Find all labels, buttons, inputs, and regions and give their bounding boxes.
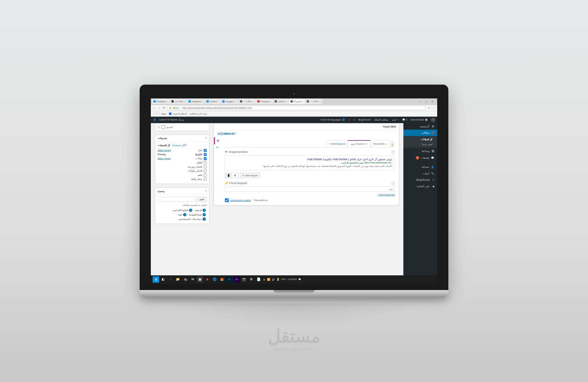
menu-icon[interactable]: ⋮ [432,106,435,110]
chrome-icon[interactable]: 🌐 [211,276,218,283]
maximize-icon[interactable]: ▢ [425,100,428,103]
comments-link[interactable]: 2 💬 [402,118,407,121]
sidebar-item-tools[interactable]: 🔧أدوات [403,170,437,177]
browser-tab[interactable]: Content× [205,99,220,104]
category-checkbox[interactable] [204,174,207,177]
store-icon[interactable]: 🛍 [182,276,188,283]
close-icon[interactable]: × [167,100,168,103]
close-icon[interactable]: × [270,100,272,103]
remove-tag-icon[interactable]: × [203,209,206,212]
browser-tab[interactable]: مقالات ‹ ـ× [238,99,255,104]
edge-icon[interactable]: e [167,276,174,283]
url-input[interactable]: 🔒 Secure | https://www.arabdebate.net/wp… [167,106,426,110]
task-icon[interactable]: 📷 [241,276,247,283]
bookmark-item[interactable]: المواقع المقترحة [169,113,187,115]
share-tab-icon[interactable]: ⚯ [214,144,221,151]
video-checkbox[interactable] [161,125,165,129]
remove-tag-icon[interactable]: × [203,217,206,221]
reload-icon[interactable]: ⟳ [163,106,165,110]
browser-tab-active[interactable]: تحرير الـ× [289,99,305,104]
remove-tag-icon[interactable]: × [203,213,206,216]
task-icon[interactable]: ▦ [197,276,203,283]
sidebar-item-dashboard[interactable]: ⊞الرئيسية [403,123,437,130]
go-premium-link[interactable]: ★Go Premium [218,132,234,135]
submenu-add-new[interactable]: أضف جديداً [403,142,437,147]
clock[interactable]: 7/23/2018 [288,278,297,280]
sidebar-item-posts[interactable]: 📌مقالات [403,130,437,136]
site-link[interactable]: 🏠 Arab Debate [411,118,428,121]
category-checkbox[interactable] [204,165,207,168]
tag-input[interactable] [158,197,195,202]
browser-tab[interactable]: Lama E× [273,99,289,104]
help-icon[interactable]: ? [391,150,395,154]
video-metabox[interactable]: الفيديو ▢ [155,123,209,131]
tab-most-used[interactable]: الأكثر استخداماً [173,144,186,147]
cornerstone-link[interactable]: cornerstone content [230,199,251,202]
close-icon[interactable]: × [253,100,254,103]
browser-tab[interactable]: Freelance× [152,99,170,104]
category-checkbox[interactable] [204,149,207,152]
firefox-icon[interactable]: 🦊 [219,276,225,283]
browser-tab[interactable]: مقالات ‹ ـ× [305,99,322,104]
close-icon[interactable]: × [319,100,321,103]
browser-tab[interactable]: Compose× [256,99,273,104]
categories-header[interactable]: ▾تصنيفات [155,135,209,142]
avatar-icon[interactable]: 👤 [153,118,156,121]
blog2social-link[interactable]: Blog2Social [358,118,370,121]
mobile-view-button[interactable]: 📱 [225,173,232,178]
make-primary-link[interactable]: Make primary [158,157,171,160]
aftereffects-icon[interactable]: Ae [233,276,240,283]
desktop-view-button[interactable]: 🖥 [232,173,238,178]
tray-icon[interactable]: ▲ [263,278,265,281]
tab-all-categories[interactable]: كل التصنيفات [158,144,170,147]
category-checkbox[interactable] [204,170,207,172]
browser-tab[interactable]: Google D× [221,99,238,104]
remove-tag-icon[interactable]: × [183,213,186,216]
browser-tab[interactable]: إضافة عدـ× [170,99,187,104]
category-checkbox[interactable] [204,178,207,181]
close-icon[interactable]: × [218,100,219,103]
tab-keyword[interactable]: ●:Keyword تويتر [348,140,370,147]
battery-icon[interactable]: 🔋 [276,278,280,281]
close-icon[interactable]: × [235,100,237,103]
wifi-icon[interactable]: 📶 [267,278,270,281]
add-tag-button[interactable]: أضف [196,197,207,202]
new-link[interactable]: + جديد [392,118,399,121]
wordpress-icon[interactable]: W [431,118,435,122]
sidebar-item-profile[interactable]: 👤حسابك [403,164,437,170]
task-icon[interactable]: 📄 [255,276,262,283]
bookmark-item[interactable]: وزارة التربية والتعليم [190,113,207,115]
start-button[interactable]: ⊞ [153,276,159,283]
cornerstone-checkbox[interactable] [225,198,229,202]
back-icon[interactable]: ← [153,106,156,110]
sidebar-item-comments[interactable]: 💬تعليقات2 [403,154,437,161]
languages-link[interactable]: 🌐 Show all languages [320,118,345,121]
task-icon[interactable]: ◧ [160,276,166,283]
close-icon[interactable]: × [286,100,287,103]
star-icon[interactable]: ☆ [427,106,430,110]
browser-tab[interactable]: Freelance× [187,99,205,104]
add-synonyms-link[interactable]: Add synonyms + [377,193,395,196]
make-primary-link[interactable]: Make primary [158,149,171,152]
tab-add-keyword[interactable]: Add keyword+ [327,140,348,147]
submenu-all-posts[interactable]: كل المقالات [403,137,437,142]
volume-icon[interactable]: 🔊 [272,278,275,281]
close-icon[interactable]: × [184,100,186,103]
task-icon[interactable]: ⚙ [248,276,255,283]
view-post-link[interactable]: مشاهدة المقالة [374,118,388,121]
sidebar-collapse[interactable]: ◀طي القائمة [403,183,437,190]
photoshop-icon[interactable]: Ps [226,276,233,283]
edit-snippet-button[interactable]: Edit snippet ✎ [240,173,260,178]
eye-tab-icon[interactable]: 👁 [214,137,221,144]
category-checkbox[interactable] [204,157,207,160]
explorer-icon[interactable]: 📁 [175,276,181,283]
close-icon[interactable]: × [202,100,203,103]
forward-icon[interactable]: → [158,106,161,110]
tags-header[interactable]: ▾وسوم [155,188,209,195]
sidebar-item-media[interactable]: 🖼وسائط [403,148,437,154]
close-icon[interactable]: × [302,100,303,103]
apps-button[interactable]: ⋮⋮⋮Apps [153,112,166,115]
close-window-icon[interactable]: ✕ [431,100,434,103]
remove-tag-icon[interactable]: × [189,209,192,212]
focus-keyword-input[interactable] [225,186,395,192]
